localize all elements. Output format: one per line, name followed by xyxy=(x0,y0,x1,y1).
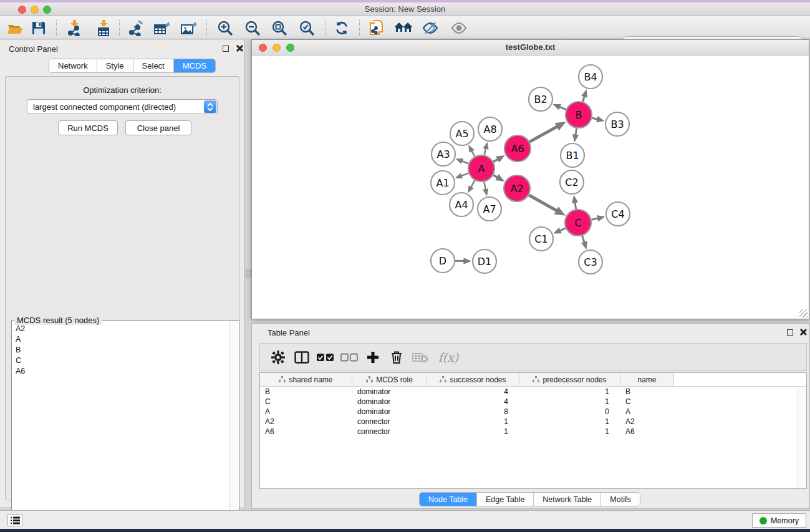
table-cell[interactable]: 4 xyxy=(427,397,519,406)
memory-button[interactable]: Memory xyxy=(752,513,806,528)
select-all-columns-icon[interactable] xyxy=(314,353,337,362)
table-scrollbar[interactable] xyxy=(798,387,806,488)
network-canvas[interactable]: B4B2BB3A5A8A6A3B1AA1C2A2A4A7C4CC1DD1C3 xyxy=(252,56,809,319)
table-cell[interactable]: connector xyxy=(352,417,427,426)
zoom-fit-icon[interactable] xyxy=(269,19,290,37)
tab-node-table[interactable]: Node Table xyxy=(420,493,477,506)
tab-mcds[interactable]: MCDS xyxy=(174,59,215,72)
table-cell[interactable]: 4 xyxy=(427,387,519,396)
table-cell[interactable]: A xyxy=(620,407,674,416)
settings-gear-icon[interactable] xyxy=(266,351,290,364)
table-cell[interactable]: connector xyxy=(352,427,427,436)
tab-motifs[interactable]: Motifs xyxy=(601,493,639,506)
table-panel-title: Table Panel xyxy=(268,328,310,337)
mcds-result-item[interactable]: A6 xyxy=(12,365,228,376)
zoom-out-icon[interactable] xyxy=(242,19,263,37)
open-network-file-icon[interactable] xyxy=(367,19,388,37)
table-cell[interactable]: 0 xyxy=(519,407,620,416)
close-panel-icon[interactable] xyxy=(799,329,806,336)
mcds-result-item[interactable]: A xyxy=(12,334,228,344)
table-row[interactable]: A2connector11A2 xyxy=(260,417,806,427)
column-header-MCDS-role[interactable]: MCDS role xyxy=(352,373,427,386)
delete-column-icon[interactable] xyxy=(385,351,408,364)
tab-select[interactable]: Select xyxy=(133,59,174,72)
network-graph[interactable]: B4B2BB3A5A8A6A3B1AA1C2A2A4A7C4CC1DD1C3 xyxy=(252,56,809,319)
table-cell[interactable]: dominator xyxy=(352,407,427,416)
table-cell[interactable]: 8 xyxy=(427,407,519,416)
table-row[interactable]: Bdominator41B xyxy=(260,387,806,397)
column-header-successor-nodes[interactable]: successor nodes xyxy=(427,373,519,386)
zoom-in-icon[interactable] xyxy=(215,19,236,37)
mcds-result-list[interactable]: A2ABCA6 xyxy=(12,323,228,529)
table-cell[interactable]: B xyxy=(620,387,674,396)
refresh-icon[interactable] xyxy=(331,19,352,37)
table-cell[interactable]: C xyxy=(260,397,352,406)
splitpane-handle-vertical[interactable] xyxy=(246,269,251,278)
column-header-predecessor-nodes[interactable]: predecessor nodes xyxy=(519,373,620,386)
table-cell[interactable]: A2 xyxy=(260,417,352,426)
table-row[interactable]: A6connector11A6 xyxy=(260,427,806,437)
home-views-icon[interactable] xyxy=(393,19,414,37)
table-cell[interactable]: C xyxy=(620,397,674,406)
graph-edge[interactable] xyxy=(529,126,557,142)
table-cell[interactable]: B xyxy=(260,387,352,396)
table-cell[interactable]: dominator xyxy=(352,397,427,406)
close-panel-button[interactable]: Close panel xyxy=(125,120,191,135)
run-mcds-button[interactable]: Run MCDS xyxy=(58,120,118,135)
table-cell[interactable]: 1 xyxy=(519,397,620,406)
table-cell[interactable]: dominator xyxy=(352,387,427,396)
table-cell[interactable]: A xyxy=(260,407,352,416)
delete-table-icon[interactable] xyxy=(408,352,432,363)
show-graphics-details-icon[interactable] xyxy=(448,19,470,37)
tab-network[interactable]: Network xyxy=(49,59,97,72)
open-session-icon[interactable] xyxy=(4,19,26,37)
graph-edge[interactable] xyxy=(484,182,486,191)
export-table-icon[interactable] xyxy=(152,19,173,37)
function-builder-icon[interactable]: f(x) xyxy=(432,351,465,364)
table-cell[interactable]: 1 xyxy=(519,427,620,436)
zoom-selected-icon[interactable] xyxy=(296,19,317,37)
table-cell[interactable]: A6 xyxy=(260,427,352,436)
table-cell[interactable]: 1 xyxy=(519,417,620,426)
table-cell[interactable]: 1 xyxy=(427,417,519,426)
float-panel-icon[interactable] xyxy=(787,329,793,336)
node-table[interactable]: shared nameMCDS rolesuccessor nodesprede… xyxy=(259,372,807,489)
close-panel-icon[interactable] xyxy=(236,45,243,52)
edge-arrowhead xyxy=(463,258,471,264)
graph-edge[interactable] xyxy=(529,195,557,211)
deselect-all-columns-icon[interactable] xyxy=(337,353,361,362)
criterion-select[interactable]: largest connected component (directed) xyxy=(27,99,218,114)
table-cell[interactable]: A6 xyxy=(620,427,674,436)
hide-graphics-details-icon[interactable] xyxy=(420,19,441,37)
edge-arrowhead xyxy=(581,241,587,249)
table-panel: Table Panel xyxy=(251,323,810,509)
window-resize-grip[interactable] xyxy=(799,309,808,317)
save-session-icon[interactable] xyxy=(28,19,49,37)
edge-arrowhead xyxy=(572,195,578,203)
column-header-shared-name[interactable]: shared name xyxy=(260,373,352,386)
graph-edge[interactable] xyxy=(461,173,469,177)
add-column-icon[interactable] xyxy=(361,351,385,364)
graph-edge[interactable] xyxy=(471,180,475,188)
result-scrollbar[interactable] xyxy=(229,321,238,529)
node-label: B xyxy=(576,109,582,121)
mcds-result-item[interactable]: C xyxy=(12,355,228,365)
export-image-icon[interactable] xyxy=(178,19,200,37)
tab-edge-table[interactable]: Edge Table xyxy=(477,493,534,506)
float-panel-icon[interactable] xyxy=(223,46,229,52)
table-cell[interactable]: 1 xyxy=(427,427,519,436)
table-cell[interactable]: A2 xyxy=(620,417,674,426)
tab-network-table[interactable]: Network Table xyxy=(534,493,601,506)
mcds-result-item[interactable]: A2 xyxy=(12,323,228,334)
table-cell[interactable]: 1 xyxy=(519,387,620,396)
column-header-name[interactable]: name xyxy=(620,373,674,386)
panel-menu-icon[interactable] xyxy=(7,515,22,526)
import-table-icon[interactable] xyxy=(93,19,114,37)
mcds-result-item[interactable]: B xyxy=(12,344,228,355)
import-network-icon[interactable] xyxy=(64,19,85,37)
export-network-icon[interactable] xyxy=(125,19,147,37)
tab-style[interactable]: Style xyxy=(97,59,133,72)
split-column-icon[interactable] xyxy=(290,351,314,364)
table-row[interactable]: Cdominator41C xyxy=(260,397,806,407)
table-row[interactable]: Adominator80A xyxy=(260,407,806,417)
